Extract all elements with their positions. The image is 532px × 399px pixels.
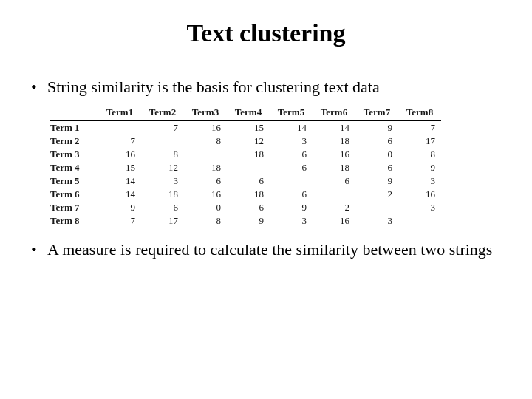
row-header: Term 7 <box>50 201 98 214</box>
cell: 3 <box>141 174 184 188</box>
cell: 3 <box>270 134 313 148</box>
cell: 17 <box>398 134 441 148</box>
cell: 6 <box>270 148 313 161</box>
cell <box>184 148 227 161</box>
cell: 16 <box>184 188 227 201</box>
col-header: Term4 <box>227 105 270 121</box>
cell: 9 <box>355 120 398 134</box>
cell: 2 <box>313 201 355 214</box>
table-row: Term 6 14 18 16 18 6 2 16 <box>50 188 441 201</box>
col-header: Term2 <box>141 105 184 121</box>
cell: 6 <box>355 161 398 174</box>
row-header: Term 2 <box>50 134 98 148</box>
cell: 18 <box>184 161 227 174</box>
table-row: Term 2 7 8 12 3 18 6 17 <box>50 134 441 148</box>
cell: 15 <box>227 120 270 134</box>
table-row: Term 8 7 17 8 9 3 16 3 <box>50 214 441 228</box>
cell: 0 <box>184 201 227 214</box>
cell: 14 <box>98 188 142 201</box>
cell: 9 <box>227 214 270 228</box>
cell: 18 <box>227 188 270 201</box>
col-header: Term7 <box>355 105 398 121</box>
cell: 16 <box>313 214 355 228</box>
cell: 16 <box>398 188 441 201</box>
table-row: Term 5 14 3 6 6 6 9 3 <box>50 174 441 188</box>
cell: 14 <box>270 120 313 134</box>
cell: 12 <box>141 161 184 174</box>
cell: 6 <box>355 134 398 148</box>
cell: 14 <box>313 120 355 134</box>
term-matrix-table: Term1 Term2 Term3 Term4 Term5 Term6 Term… <box>50 105 502 228</box>
cell: 7 <box>141 120 184 134</box>
cell: 2 <box>355 188 398 201</box>
cell: 18 <box>313 134 355 148</box>
row-header: Term 8 <box>50 214 98 228</box>
cell: 6 <box>141 201 184 214</box>
cell: 3 <box>355 214 398 228</box>
cell <box>98 120 142 134</box>
table-row: Term 7 9 6 0 6 9 2 3 <box>50 201 441 214</box>
bullet-2: A measure is required to calculate the s… <box>30 239 502 260</box>
col-header: Term1 <box>98 105 142 121</box>
cell: 8 <box>398 148 441 161</box>
col-header: Term5 <box>270 105 313 121</box>
col-header: Term3 <box>184 105 227 121</box>
cell: 16 <box>313 148 355 161</box>
cell: 8 <box>141 148 184 161</box>
cell: 8 <box>184 134 227 148</box>
cell: 8 <box>184 214 227 228</box>
slide-title: Text clustering <box>30 19 502 47</box>
bullet-1: String similarity is the basis for clust… <box>30 77 502 98</box>
row-header: Term 6 <box>50 188 98 201</box>
cell: 3 <box>398 174 441 188</box>
cell: 7 <box>98 214 142 228</box>
cell: 6 <box>227 174 270 188</box>
cell: 15 <box>98 161 142 174</box>
cell <box>141 134 184 148</box>
cell: 17 <box>141 214 184 228</box>
row-header: Term 5 <box>50 174 98 188</box>
table-row: Term 3 16 8 18 6 16 0 8 <box>50 148 441 161</box>
cell <box>398 214 441 228</box>
row-header: Term 3 <box>50 148 98 161</box>
cell: 16 <box>98 148 142 161</box>
cell: 3 <box>270 214 313 228</box>
cell <box>313 188 355 201</box>
table-row: Term 1 7 16 15 14 14 9 7 <box>50 120 441 134</box>
cell: 18 <box>227 148 270 161</box>
table-row: Term 4 15 12 18 6 18 6 9 <box>50 161 441 174</box>
table-corner <box>50 105 98 121</box>
cell <box>227 161 270 174</box>
cell: 6 <box>270 161 313 174</box>
cell: 9 <box>98 201 142 214</box>
cell: 3 <box>398 201 441 214</box>
cell: 14 <box>98 174 142 188</box>
cell: 7 <box>98 134 142 148</box>
col-header: Term8 <box>398 105 441 121</box>
cell: 9 <box>398 161 441 174</box>
cell: 0 <box>355 148 398 161</box>
cell: 7 <box>398 120 441 134</box>
cell: 16 <box>184 120 227 134</box>
cell: 6 <box>313 174 355 188</box>
cell: 6 <box>227 201 270 214</box>
cell <box>355 201 398 214</box>
cell: 12 <box>227 134 270 148</box>
row-header: Term 4 <box>50 161 98 174</box>
cell: 18 <box>141 188 184 201</box>
cell: 6 <box>270 188 313 201</box>
cell: 6 <box>184 174 227 188</box>
cell: 9 <box>270 201 313 214</box>
cell <box>270 174 313 188</box>
cell: 9 <box>355 174 398 188</box>
cell: 18 <box>313 161 355 174</box>
col-header: Term6 <box>313 105 355 121</box>
row-header: Term 1 <box>50 120 98 134</box>
